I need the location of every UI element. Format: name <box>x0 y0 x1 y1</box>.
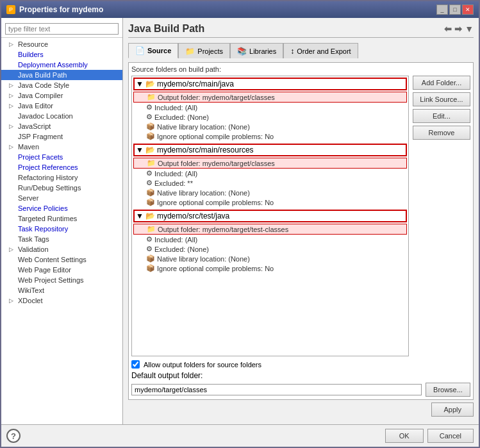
tree-child-ignore-1: 📦 Ignore optional compile problems: No <box>133 131 407 141</box>
order-tab-label: Order and Export <box>297 47 351 55</box>
tree-folder-2[interactable]: ▼ 📂 mydemo/src/main/resources <box>133 144 407 156</box>
sidebar-item-label: JavaScript <box>18 122 51 130</box>
help-button[interactable]: ? <box>6 429 21 443</box>
sidebar-item-validation[interactable]: ▷ Validation <box>1 244 122 254</box>
sidebar-item-label: Task Tags <box>18 235 49 243</box>
window-title: Properties for mydemo <box>19 5 103 14</box>
tree-group-1: ▼ 📂 mydemo/src/main/java 📁 Output folder… <box>133 78 407 141</box>
sidebar-item-java-build-path[interactable]: Java Build Path <box>1 70 122 80</box>
edit-button[interactable]: Edit... <box>413 109 470 123</box>
child-label: Ignore optional compile problems: No <box>157 265 274 272</box>
panel-title-nav: ⬅ ➡ ▼ <box>444 24 474 34</box>
filter-input[interactable] <box>5 23 119 35</box>
folder-label: mydemo/src/main/java <box>157 79 234 88</box>
sidebar-item-java-code-style[interactable]: ▷ Java Code Style <box>1 80 122 90</box>
sidebar-item-web-content-settings[interactable]: Web Content Settings <box>1 254 122 265</box>
sidebar-item-label: Targeted Runtimes <box>18 215 77 222</box>
source-panel: Source folders on build path: ▼ 📂 mydemo… <box>128 62 474 400</box>
sidebar-item-deployment-assembly[interactable]: Deployment Assembly <box>1 60 122 70</box>
tab-libraries[interactable]: 📚 Libraries <box>230 43 283 58</box>
nav-back-arrow[interactable]: ⬅ <box>444 24 452 34</box>
libraries-tab-label: Libraries <box>249 47 276 55</box>
sidebar-item-project-facets[interactable]: Project Facets <box>1 152 122 162</box>
sidebar-item-server[interactable]: Server <box>1 193 122 203</box>
sidebar-item-label: Deployment Assembly <box>18 61 88 69</box>
sidebar-item-java-editor[interactable]: ▷ Java Editor <box>1 101 122 111</box>
sidebar-item-web-project-settings[interactable]: Web Project Settings <box>1 275 122 285</box>
sidebar-item-task-tags[interactable]: Task Tags <box>1 234 122 244</box>
window-controls[interactable]: _ □ ✕ <box>436 4 474 15</box>
browse-button[interactable]: Browse... <box>426 383 470 397</box>
sidebar-item-refactoring-history[interactable]: Refactoring History <box>1 172 122 183</box>
child-label: Ignore optional compile problems: No <box>157 199 274 206</box>
child-icon: ⚙ <box>146 235 153 244</box>
minimize-button[interactable]: _ <box>436 4 448 15</box>
sidebar-item-targeted-runtimes[interactable]: Targeted Runtimes <box>1 213 122 224</box>
child-icon: ⚙ <box>146 245 153 253</box>
sidebar-item-label: Builders <box>18 51 44 58</box>
sidebar-item-label: WikiText <box>18 286 44 294</box>
tab-order-export[interactable]: ↕ Order and Export <box>283 43 358 58</box>
expand-arrow: ▷ <box>9 123 15 129</box>
allow-output-folders-label: Allow output folders for source folders <box>144 361 261 369</box>
tree-group-2: ▼ 📂 mydemo/src/main/resources 📁 Output f… <box>133 144 407 207</box>
sidebar-item-run-debug-settings[interactable]: Run/Debug Settings <box>1 183 122 193</box>
sidebar-item-wikitext[interactable]: WikiText <box>1 285 122 295</box>
apply-button[interactable]: Apply <box>431 402 474 417</box>
sidebar-item-xdoclet[interactable]: ▷ XDoclet <box>1 295 122 306</box>
sidebar-item-label: Web Project Settings <box>18 276 84 284</box>
child-label: Native library location: (None) <box>157 123 250 131</box>
sidebar-item-service-policies[interactable]: Service Policies <box>1 203 122 213</box>
sidebar-item-project-references[interactable]: Project References <box>1 162 122 172</box>
child-label: Native library location: (None) <box>157 189 250 197</box>
sidebar-item-label: Resource <box>18 40 48 48</box>
default-output-input[interactable] <box>131 384 422 395</box>
folder-expand-icon: ▼ <box>136 145 144 154</box>
sidebar-item-resource[interactable]: ▷ Resource <box>1 39 122 49</box>
remove-button[interactable]: Remove <box>413 126 470 140</box>
sidebar-item-builders[interactable]: Builders <box>1 49 122 60</box>
maximize-button[interactable]: □ <box>449 4 461 15</box>
sidebar-item-maven[interactable]: ▷ Maven <box>1 142 122 152</box>
close-button[interactable]: ✕ <box>462 4 474 15</box>
ok-button[interactable]: OK <box>385 429 424 443</box>
child-icon: 📁 <box>147 93 156 101</box>
link-source-button[interactable]: Link Source... <box>413 92 470 106</box>
tab-source[interactable]: 📄 Source <box>128 43 178 58</box>
tree-child-excluded-2: ⚙ Excluded: ** <box>133 178 407 188</box>
sidebar-item-label: JSP Fragment <box>18 133 63 140</box>
allow-output-folders-checkbox[interactable] <box>131 360 140 369</box>
sidebar-item-web-page-editor[interactable]: Web Page Editor <box>1 265 122 275</box>
sidebar-item-label: Project Facets <box>18 153 63 161</box>
child-label: Included: (All) <box>154 104 197 112</box>
sidebar-item-javascript[interactable]: ▷ JavaScript <box>1 121 122 131</box>
tree-folder-1[interactable]: ▼ 📂 mydemo/src/main/java <box>133 78 407 90</box>
sidebar-item-java-compiler[interactable]: ▷ Java Compiler <box>1 90 122 101</box>
child-icon: 📦 <box>146 198 155 206</box>
tree-child-excluded-3: ⚙ Excluded: (None) <box>133 244 407 254</box>
child-icon: 📦 <box>146 254 155 263</box>
content-area: ▷ Resource Builders Deployment Assembly … <box>1 18 479 424</box>
sidebar-item-jsp-fragment[interactable]: JSP Fragment <box>1 131 122 142</box>
tree-child-output-3: 📁 Output folder: mydemo/target/test-clas… <box>133 224 407 235</box>
cancel-button[interactable]: Cancel <box>427 429 474 443</box>
tab-projects[interactable]: 📁 Projects <box>178 43 230 58</box>
sidebar-item-label: Server <box>18 194 38 202</box>
nav-dropdown[interactable]: ▼ <box>465 24 474 34</box>
tree-child-ignore-3: 📦 Ignore optional compile problems: No <box>133 263 407 273</box>
properties-window: P Properties for mydemo _ □ ✕ ▷ Resource… <box>0 0 480 448</box>
add-folder-button[interactable]: Add Folder... <box>413 76 470 90</box>
sidebar-item-javadoc-location[interactable]: Javadoc Location <box>1 111 122 121</box>
sidebar-item-task-repository[interactable]: Task Repository <box>1 224 122 234</box>
main-panel: Java Build Path ⬅ ➡ ▼ 📄 Source 📁 Project… <box>123 18 479 424</box>
footer-left: ? <box>6 429 21 443</box>
sidebar-item-label: Web Content Settings <box>18 256 87 263</box>
tree-folder-3[interactable]: ▼ 📂 mydemo/src/test/java <box>133 210 407 222</box>
child-icon: 📁 <box>147 159 156 167</box>
apply-section: Apply <box>128 400 474 419</box>
nav-forward-arrow[interactable]: ➡ <box>454 24 462 34</box>
child-label: Output folder: mydemo/target/classes <box>158 94 275 101</box>
expand-arrow: ▷ <box>9 144 15 150</box>
sidebar-item-label: Java Build Path <box>18 71 67 79</box>
child-icon: 📦 <box>146 264 155 272</box>
